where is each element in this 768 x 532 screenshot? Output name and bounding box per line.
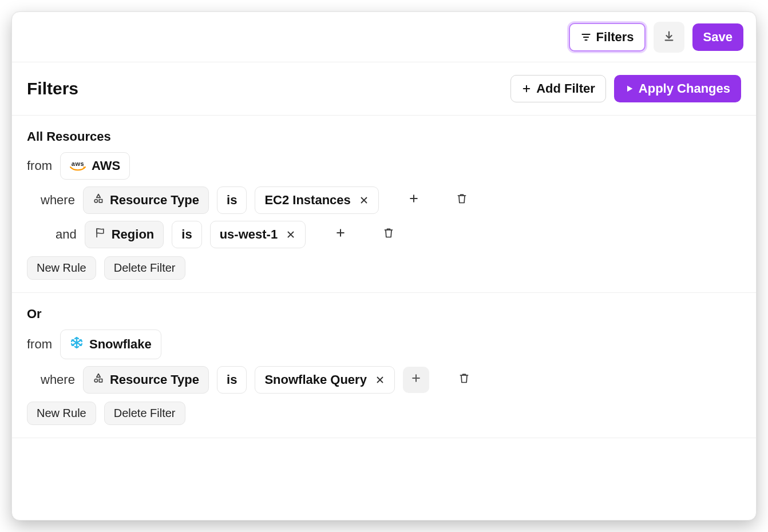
save-button-label: Save: [703, 30, 733, 45]
new-rule-label: New Rule: [37, 261, 86, 274]
filter-group-title: Or: [27, 307, 741, 321]
operator-label: is: [227, 193, 237, 208]
rule-row: where Resource Type is EC2 Instances: [27, 186, 741, 214]
aws-icon: aws: [70, 161, 86, 172]
keyword-from: from: [27, 337, 52, 352]
operator-chip[interactable]: is: [172, 221, 201, 248]
svg-marker-9: [97, 194, 101, 198]
add-filter-label: Add Filter: [536, 81, 595, 96]
filter-group: All Resources from aws AWS where Resourc…: [12, 116, 756, 293]
apply-changes-button[interactable]: Apply Changes: [614, 75, 741, 102]
filter-group-footer: New Rule Delete Filter: [27, 402, 741, 425]
field-chip[interactable]: Resource Type: [83, 186, 209, 214]
field-label: Resource Type: [110, 193, 199, 208]
delete-filter-label: Delete Filter: [114, 261, 176, 274]
app-window: Filters Save Filters Add Filter: [11, 11, 757, 521]
keyword-where: where: [41, 372, 75, 387]
new-rule-label: New Rule: [37, 407, 86, 419]
provider-label: Snowflake: [89, 337, 152, 352]
close-icon[interactable]: [359, 195, 369, 205]
add-value-button[interactable]: [403, 367, 429, 393]
keyword-and: and: [56, 227, 77, 242]
download-icon: [663, 30, 675, 45]
filter-group: Or from Snowflake where Resource Type is: [12, 293, 756, 438]
close-icon[interactable]: [375, 375, 385, 385]
shapes-icon: [93, 193, 104, 208]
add-value-button[interactable]: [401, 187, 427, 213]
plus-icon: [335, 227, 346, 242]
filter-group-footer: New Rule Delete Filter: [27, 256, 741, 280]
operator-label: is: [227, 372, 237, 387]
delete-filter-button[interactable]: Delete Filter: [104, 256, 185, 280]
filters-toggle-button[interactable]: Filters: [569, 23, 646, 51]
from-row: from Snowflake: [27, 329, 741, 359]
plus-icon: [408, 193, 419, 208]
field-label: Resource Type: [110, 372, 199, 387]
rule-row: where Resource Type is Snowflake Query: [27, 366, 741, 394]
from-row: from aws AWS: [27, 152, 741, 180]
filters-section-actions: Add Filter Apply Changes: [510, 75, 741, 102]
filter-group-title: All Resources: [27, 129, 741, 144]
top-bar: Filters Save: [12, 12, 756, 62]
svg-marker-24: [97, 374, 101, 378]
add-value-button[interactable]: [327, 221, 354, 248]
filters-section-title: Filters: [27, 79, 78, 98]
keyword-from: from: [27, 158, 52, 173]
provider-chip[interactable]: Snowflake: [60, 329, 161, 359]
new-rule-button[interactable]: New Rule: [27, 402, 96, 425]
provider-label: AWS: [92, 158, 120, 173]
field-label: Region: [112, 227, 155, 242]
svg-marker-7: [627, 86, 632, 92]
value-label: EC2 Instances: [264, 193, 350, 208]
filters-section-header: Filters Add Filter Apply Changes: [12, 62, 756, 116]
delete-rule-button[interactable]: [451, 367, 477, 393]
trash-icon: [458, 372, 470, 388]
apply-changes-label: Apply Changes: [639, 81, 730, 96]
svg-rect-11: [99, 200, 102, 203]
trash-icon: [456, 192, 468, 208]
plus-icon: [410, 372, 422, 387]
svg-point-25: [94, 379, 97, 382]
shapes-icon: [93, 372, 104, 387]
keyword-where: where: [41, 193, 75, 208]
delete-filter-button[interactable]: Delete Filter: [104, 402, 185, 425]
flag-icon: [94, 227, 106, 242]
value-label: Snowflake Query: [264, 372, 367, 387]
value-chip[interactable]: EC2 Instances: [255, 186, 378, 214]
close-icon[interactable]: [286, 229, 296, 240]
operator-chip[interactable]: is: [217, 366, 247, 394]
snowflake-icon: [70, 336, 84, 353]
delete-rule-button[interactable]: [449, 187, 475, 213]
trash-icon: [383, 227, 394, 243]
new-rule-button[interactable]: New Rule: [27, 256, 96, 280]
download-button[interactable]: [654, 22, 684, 53]
add-filter-button[interactable]: Add Filter: [510, 75, 606, 102]
operator-label: is: [181, 227, 192, 242]
svg-rect-26: [99, 379, 102, 382]
field-chip[interactable]: Region: [85, 221, 164, 248]
rule-row: and Region is us-west-1: [27, 221, 741, 248]
field-chip[interactable]: Resource Type: [83, 366, 209, 394]
provider-chip[interactable]: aws AWS: [60, 152, 130, 180]
svg-point-10: [94, 200, 97, 203]
filters-toggle-label: Filters: [596, 30, 634, 45]
operator-chip[interactable]: is: [217, 186, 247, 214]
delete-filter-label: Delete Filter: [114, 407, 176, 419]
save-button[interactable]: Save: [692, 23, 743, 51]
filter-icon: [580, 31, 592, 43]
delete-rule-button[interactable]: [375, 221, 402, 248]
value-label: us-west-1: [220, 227, 278, 242]
value-chip[interactable]: us-west-1: [210, 221, 306, 248]
value-chip[interactable]: Snowflake Query: [255, 366, 395, 394]
plus-icon: [521, 84, 532, 94]
play-icon: [625, 84, 634, 93]
